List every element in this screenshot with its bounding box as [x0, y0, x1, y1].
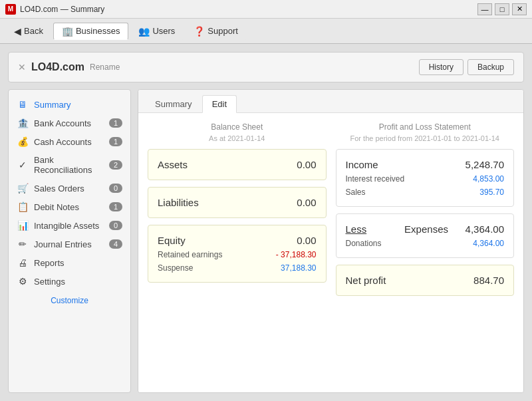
businesses-button[interactable]: 🏢 Businesses — [53, 23, 128, 40]
panel-tabs: Summary Edit — [138, 90, 523, 113]
sidebar-label-reports: Reports — [34, 258, 122, 268]
expenses-label: Less — [346, 223, 367, 235]
assets-row: Assets 0.00 — [158, 159, 317, 170]
equity-label: Equity — [158, 235, 186, 246]
sidebar-item-reports[interactable]: 🖨 Reports — [9, 253, 130, 272]
equity-value: 0.00 — [297, 235, 316, 246]
profit-loss-title: Profit and Loss Statement — [336, 122, 515, 132]
expenses-label-2: Expenses — [404, 223, 448, 235]
close-button[interactable]: ✕ — [512, 3, 527, 15]
sidebar: 🖥 Summary 🏦 Bank Accounts 1 💰 Cash Accou… — [8, 89, 131, 393]
income-label: Income — [346, 159, 378, 170]
app-logo: M — [5, 4, 16, 15]
liabilities-row: Liabilities 0.00 — [158, 197, 317, 208]
cash-accounts-badge: 1 — [109, 137, 122, 146]
suspense-value: 37,188.30 — [281, 263, 316, 273]
assets-label: Assets — [158, 159, 188, 170]
liabilities-value: 0.00 — [297, 197, 316, 208]
interest-received-row: Interest received 4,853.00 — [346, 174, 505, 184]
tab-edit[interactable]: Edit — [202, 95, 237, 113]
titlebar: M LO4D.com — Summary — □ ✕ — [0, 0, 532, 19]
sidebar-label-summary: Summary — [34, 100, 122, 110]
sales-orders-badge: 0 — [109, 184, 122, 193]
main-container: ✕ LO4D.com Rename History Backup 🖥 Summa… — [0, 44, 532, 401]
toolbar: ◀ Back 🏢 Businesses 👥 Users ❓ Support — [0, 19, 532, 44]
income-card: Income 5,248.70 Interest received 4,853.… — [336, 149, 515, 207]
bank-reconciliations-badge: 2 — [109, 160, 122, 170]
sales-orders-icon: 🛒 — [17, 183, 29, 194]
sidebar-item-intangible-assets[interactable]: 📊 Intangible Assets 0 — [9, 216, 130, 235]
sidebar-item-bank-accounts[interactable]: 🏦 Bank Accounts 1 — [9, 114, 130, 132]
balance-sheet-title: Balance Sheet — [148, 122, 327, 132]
cash-accounts-icon: 💰 — [17, 136, 29, 147]
sidebar-item-cash-accounts[interactable]: 💰 Cash Accounts 1 — [9, 132, 130, 151]
tab-summary[interactable]: Summary — [145, 95, 202, 113]
sidebar-item-journal-entries[interactable]: ✏ Journal Entries 4 — [9, 235, 130, 253]
businesses-icon: 🏢 — [62, 26, 73, 37]
expenses-value: 4,364.00 — [466, 223, 504, 235]
retained-earnings-row: Retained earnings - 37,188.30 — [158, 250, 317, 259]
net-profit-label: Net profit — [346, 275, 386, 286]
titlebar-left: M LO4D.com — Summary — [5, 4, 104, 15]
content-area: ✕ LO4D.com Rename History Backup 🖥 Summa… — [0, 44, 532, 401]
sidebar-item-sales-orders[interactable]: 🛒 Sales Orders 0 — [9, 179, 130, 198]
sidebar-label-bank-reconciliations: Bank Reconciliations — [34, 155, 104, 175]
customize-link[interactable]: Customize — [9, 291, 130, 311]
rename-link[interactable]: Rename — [90, 63, 120, 72]
support-icon: ❓ — [194, 26, 205, 37]
net-profit-card: Net profit 884.70 — [336, 265, 515, 296]
equity-row: Equity 0.00 — [158, 235, 317, 246]
inner-layout: 🖥 Summary 🏦 Bank Accounts 1 💰 Cash Accou… — [8, 89, 524, 393]
donations-value: 4,364.00 — [473, 239, 504, 248]
panel-content: Balance Sheet As at 2021-01-14 Assets 0.… — [138, 113, 523, 392]
back-button[interactable]: ◀ Back — [5, 23, 52, 40]
journal-entries-icon: ✏ — [17, 239, 29, 249]
titlebar-title: LO4D.com — Summary — [20, 5, 104, 14]
business-close-icon[interactable]: ✕ — [18, 62, 26, 72]
backup-button[interactable]: Backup — [467, 59, 514, 75]
sales-value: 395.70 — [479, 188, 504, 197]
retained-earnings-label: Retained earnings — [158, 250, 222, 259]
users-button[interactable]: 👥 Users — [130, 23, 184, 40]
window-controls[interactable]: — □ ✕ — [477, 3, 527, 15]
assets-value: 0.00 — [297, 159, 316, 170]
sales-row: Sales 395.70 — [346, 188, 505, 197]
profit-loss-col: Profit and Loss Statement For the period… — [336, 122, 515, 303]
sales-label: Sales — [346, 188, 366, 197]
bank-accounts-badge: 1 — [109, 118, 122, 128]
intangible-assets-badge: 0 — [109, 221, 122, 230]
sidebar-item-debit-notes[interactable]: 📋 Debit Notes 1 — [9, 198, 130, 216]
debit-notes-badge: 1 — [109, 202, 122, 211]
businesses-label: Businesses — [76, 26, 120, 36]
liabilities-label: Liabilities — [158, 197, 199, 208]
intangible-assets-icon: 📊 — [17, 220, 29, 231]
sidebar-item-settings[interactable]: ⚙ Settings — [9, 272, 130, 291]
sidebar-label-settings: Settings — [34, 277, 122, 287]
sidebar-item-summary[interactable]: 🖥 Summary — [9, 95, 130, 114]
expenses-row: Less Expenses 4,364.00 — [346, 223, 505, 235]
interest-received-value: 4,853.00 — [473, 174, 504, 184]
sidebar-item-bank-reconciliations[interactable]: ✓ Bank Reconciliations 2 — [9, 151, 130, 179]
suspense-label: Suspense — [158, 263, 193, 273]
sidebar-label-journal-entries: Journal Entries — [34, 239, 104, 249]
minimize-button[interactable]: — — [477, 3, 492, 15]
summary-icon: 🖥 — [17, 99, 29, 110]
income-value: 5,248.70 — [466, 159, 504, 170]
sidebar-label-sales-orders: Sales Orders — [34, 184, 104, 194]
business-header: ✕ LO4D.com Rename History Backup — [8, 52, 524, 82]
support-button[interactable]: ❓ Support — [185, 23, 247, 40]
income-row: Income 5,248.70 — [346, 159, 505, 170]
back-label: Back — [24, 26, 43, 36]
donations-row: Donations 4,364.00 — [346, 239, 505, 248]
business-name: LO4D.com — [31, 61, 84, 73]
journal-entries-badge: 4 — [109, 239, 122, 249]
bank-reconciliations-icon: ✓ — [17, 160, 29, 170]
balance-sheet-date: As at 2021-01-14 — [148, 134, 327, 142]
business-actions: History Backup — [419, 59, 514, 75]
settings-icon: ⚙ — [17, 276, 29, 287]
balance-sheet-col: Balance Sheet As at 2021-01-14 Assets 0.… — [148, 122, 327, 303]
history-button[interactable]: History — [419, 59, 464, 75]
retained-earnings-value: - 37,188.30 — [276, 250, 317, 259]
maximize-button[interactable]: □ — [495, 3, 509, 15]
equity-card: Equity 0.00 Retained earnings - 37,188.3… — [148, 225, 327, 283]
